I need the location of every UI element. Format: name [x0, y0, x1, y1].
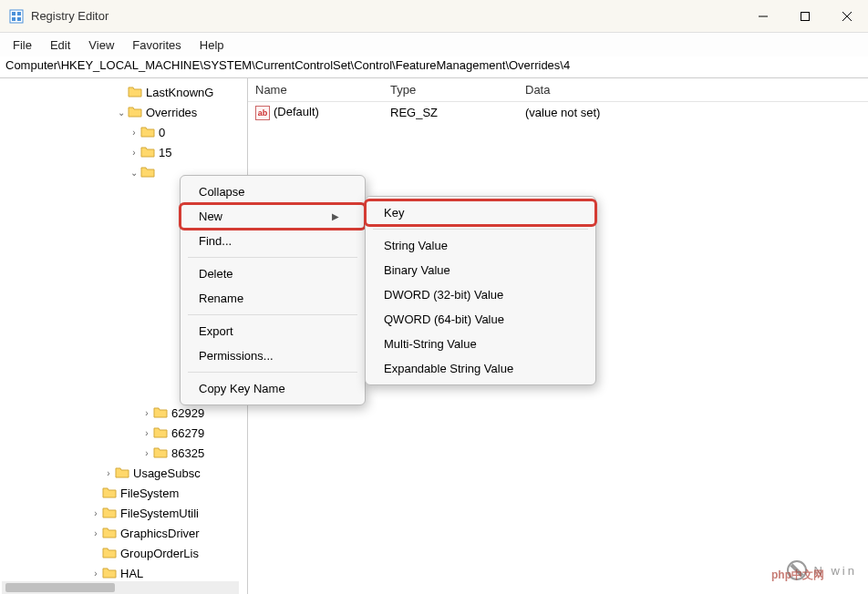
- context-collapse[interactable]: Collapse: [181, 179, 365, 204]
- tree-item-grouporderlis[interactable]: GroupOrderLis: [0, 543, 247, 563]
- tree-item-usagesubsc[interactable]: › UsageSubsc: [0, 463, 247, 483]
- window-title: Registry Editor: [31, 9, 742, 23]
- tree-label: 86325: [171, 446, 204, 460]
- tree-item-filesystemutil[interactable]: › FileSystemUtili: [0, 503, 247, 523]
- expander-icon[interactable]: ›: [89, 568, 102, 579]
- svg-rect-3: [12, 17, 16, 21]
- horizontal-scrollbar[interactable]: [2, 581, 239, 594]
- context-label: Delete: [199, 267, 233, 281]
- context-label: Find...: [199, 234, 232, 248]
- svg-rect-6: [801, 12, 810, 20]
- expander-icon[interactable]: ›: [140, 448, 153, 458]
- submenu-key[interactable]: Key: [366, 200, 595, 225]
- col-data[interactable]: Data: [518, 79, 868, 100]
- folder-icon: [128, 105, 142, 119]
- expander-icon[interactable]: ›: [140, 428, 153, 438]
- menu-view[interactable]: View: [79, 36, 123, 55]
- submenu-label: QWORD (64-bit) Value: [384, 312, 504, 326]
- tree-label: HAL: [120, 567, 143, 580]
- folder-icon: [102, 486, 117, 500]
- value-row-default[interactable]: ab(Default) REG_SZ (value not set): [248, 102, 868, 122]
- tree-item-62929[interactable]: › 62929: [0, 403, 247, 423]
- menu-edit[interactable]: Edit: [41, 36, 79, 55]
- submenu-label: Binary Value: [384, 263, 450, 277]
- folder-icon: [140, 165, 155, 179]
- expander-icon[interactable]: ›: [102, 468, 115, 478]
- tree-item-lastknown[interactable]: LastKnownG: [0, 82, 247, 102]
- value-type: REG_SZ: [383, 104, 518, 121]
- watermark-php: php中文网: [771, 568, 824, 583]
- submenu-qword-value[interactable]: QWORD (64-bit) Value: [366, 307, 595, 332]
- submenu-arrow-icon: ▶: [332, 211, 339, 221]
- submenu-label: Multi-String Value: [384, 337, 477, 351]
- context-delete[interactable]: Delete: [181, 261, 365, 286]
- expander-icon[interactable]: ›: [89, 508, 102, 518]
- tree-item-66279[interactable]: › 66279: [0, 423, 247, 443]
- address-bar[interactable]: Computer\HKEY_LOCAL_MACHINE\SYSTEM\Curre…: [0, 56, 868, 78]
- tree-label: FileSystemUtili: [120, 507, 199, 520]
- submenu-label: String Value: [384, 239, 448, 252]
- context-new[interactable]: New ▶: [181, 204, 365, 229]
- tree-item-overrides[interactable]: ⌄ Overrides: [0, 102, 247, 122]
- context-copy-key-name[interactable]: Copy Key Name: [181, 376, 365, 401]
- menu-help[interactable]: Help: [191, 36, 233, 55]
- submenu-expandable-string-value[interactable]: Expandable String Value: [366, 356, 595, 381]
- context-label: Export: [199, 324, 233, 338]
- tree-label: LastKnownG: [146, 86, 213, 99]
- menu-favorites[interactable]: Favorites: [123, 36, 190, 55]
- tree-label: 62929: [171, 406, 204, 420]
- context-separator: [188, 257, 357, 258]
- folder-icon: [128, 85, 142, 99]
- submenu-binary-value[interactable]: Binary Value: [366, 258, 595, 282]
- folder-icon: [153, 446, 168, 460]
- submenu-multi-string-value[interactable]: Multi-String Value: [366, 332, 595, 356]
- context-separator: [188, 314, 357, 315]
- tree-item-hal[interactable]: › HAL: [0, 563, 247, 583]
- submenu-string-value[interactable]: String Value: [366, 233, 595, 258]
- expander-icon[interactable]: ›: [128, 148, 140, 158]
- folder-icon: [102, 566, 117, 580]
- menu-bar: File Edit View Favorites Help: [0, 33, 868, 56]
- tree-item-graphicsdriver[interactable]: › GraphicsDriver: [0, 523, 247, 543]
- context-label: New: [199, 210, 222, 223]
- expander-icon[interactable]: ›: [128, 128, 140, 138]
- app-icon: [9, 9, 24, 24]
- expander-icon[interactable]: ›: [140, 408, 153, 418]
- title-bar: Registry Editor: [0, 0, 868, 33]
- context-permissions[interactable]: Permissions...: [181, 343, 365, 368]
- expander-icon[interactable]: ⌄: [128, 168, 140, 178]
- submenu-dword-value[interactable]: DWORD (32-bit) Value: [366, 282, 595, 307]
- tree-label: UsageSubsc: [133, 466, 201, 480]
- values-header: Name Type Data: [248, 78, 868, 102]
- context-find[interactable]: Find...: [181, 229, 365, 253]
- context-export[interactable]: Export: [181, 319, 365, 343]
- tree-item-filesystem[interactable]: FileSystem: [0, 483, 247, 503]
- folder-icon: [140, 145, 155, 159]
- folder-icon: [153, 425, 168, 440]
- scrollbar-thumb[interactable]: [5, 583, 115, 592]
- folder-icon: [153, 405, 168, 420]
- menu-file[interactable]: File: [4, 36, 41, 55]
- context-label: Collapse: [199, 185, 245, 199]
- col-type[interactable]: Type: [383, 79, 518, 100]
- tree-label: 66279: [171, 426, 204, 440]
- col-name[interactable]: Name: [248, 79, 383, 100]
- close-button[interactable]: [826, 0, 868, 33]
- new-submenu: Key String Value Binary Value DWORD (32-…: [365, 196, 596, 385]
- expander-icon[interactable]: ⌄: [115, 108, 128, 118]
- expander-icon[interactable]: ›: [89, 528, 102, 538]
- svg-rect-4: [17, 17, 21, 21]
- value-name-cell: ab(Default): [248, 103, 383, 122]
- tree-item-0[interactable]: › 0: [0, 122, 247, 142]
- tree-item-86325[interactable]: › 86325: [0, 443, 247, 463]
- folder-icon: [115, 466, 129, 480]
- tree-item-15[interactable]: › 15: [0, 142, 247, 162]
- minimize-button[interactable]: [742, 0, 784, 33]
- value-data: (value not set): [518, 104, 868, 121]
- tree-label: 15: [159, 146, 171, 159]
- context-label: Rename: [199, 292, 243, 305]
- context-rename[interactable]: Rename: [181, 286, 365, 311]
- maximize-button[interactable]: [784, 0, 826, 33]
- submenu-label: Expandable String Value: [384, 362, 513, 375]
- submenu-label: Key: [384, 206, 404, 220]
